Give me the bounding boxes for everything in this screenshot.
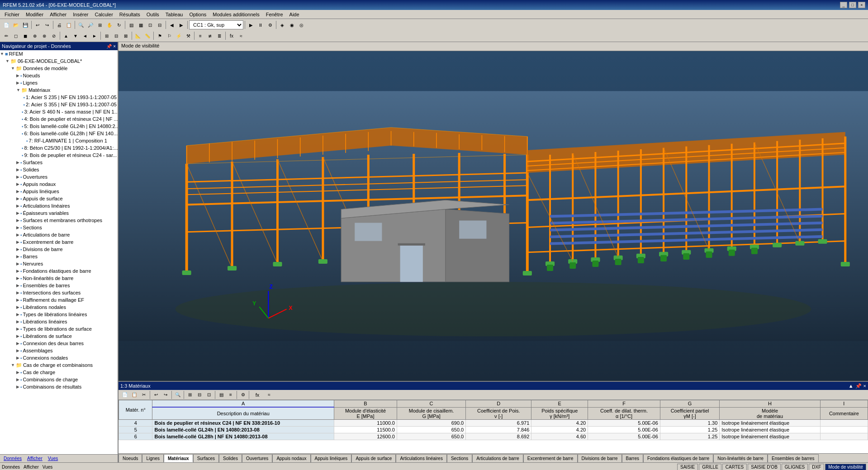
menu-modifier[interactable]: Modifier: [23, 11, 46, 18]
tab-articulations-de-barre[interactable]: Articulations de barre: [472, 454, 523, 462]
tree-item[interactable]: ▼📁Données de modèle: [0, 65, 118, 72]
tb-print2[interactable]: 📋: [64, 20, 73, 29]
tab-excentrement-de-barre[interactable]: Excentrement de barre: [523, 454, 578, 462]
status-grille[interactable]: GRILLE: [699, 464, 721, 470]
tb-print[interactable]: 🖨: [55, 20, 64, 29]
tab-non-linéarités-de-barre[interactable]: Non-linéarités de barre: [713, 454, 768, 462]
tab-surfaces[interactable]: Surfaces: [193, 454, 219, 462]
dt-btn12[interactable]: ⚙: [238, 390, 247, 399]
tree-item[interactable]: ▶▪Libérations nodales: [0, 304, 118, 311]
tb-run[interactable]: ▶: [247, 20, 256, 29]
status-dxf[interactable]: DXF: [809, 464, 824, 470]
tb-view1[interactable]: ▤: [127, 20, 136, 29]
viewport[interactable]: Z X Y: [119, 51, 868, 381]
tree-item[interactable]: ▶▪Libérations linéaires: [0, 318, 118, 325]
tree-item[interactable]: ▶▪Appuis linéiques: [0, 188, 118, 195]
tb-open[interactable]: 📂: [11, 20, 20, 29]
tree-item[interactable]: ▶▪Lignes: [0, 79, 118, 86]
menu-calculer[interactable]: Calculer: [92, 11, 115, 18]
tree-item[interactable]: ▶▪Raffinement du maillage EF: [0, 296, 118, 304]
tb2-17[interactable]: ⚐: [165, 31, 174, 40]
tree-item[interactable]: ▶▪Surfaces: [0, 159, 118, 166]
status-donnees[interactable]: Données: [2, 465, 20, 470]
tb2-18[interactable]: ⚡: [174, 31, 183, 40]
tb2-11[interactable]: ⊞: [102, 31, 111, 40]
status-saisie[interactable]: SAISIE: [677, 464, 698, 470]
tb2-12[interactable]: ⊟: [112, 31, 121, 40]
tree-container[interactable]: ▼■RFEM▼📁06-EXE-MODELE_GLOBAL*▼📁Données d…: [0, 50, 118, 454]
tb2-22[interactable]: ≣: [215, 31, 224, 40]
tree-item[interactable]: ▶▪Combinaisons de charge: [0, 376, 118, 383]
tb-view4[interactable]: ⊟: [155, 20, 164, 29]
status-glignes[interactable]: GLIGNES: [782, 464, 808, 470]
menu-options[interactable]: Options: [186, 11, 209, 18]
tb2-9[interactable]: ◄: [81, 31, 90, 40]
tree-item[interactable]: ▼📁Cas de charge et combinaisons: [0, 361, 118, 369]
panel-pin-btn[interactable]: 📌: [106, 44, 112, 49]
menu-resultats[interactable]: Résultats: [117, 11, 143, 18]
tab-articulations-linéaires[interactable]: Articulations linéaires: [396, 454, 447, 462]
table-row[interactable]: 6 Bois lamellé-collé GL28h | NF EN 14080…: [119, 433, 868, 440]
tree-item[interactable]: ▶▪Épaisseurs variables: [0, 209, 118, 217]
tb2-10[interactable]: ►: [90, 31, 99, 40]
tree-item[interactable]: ▶▪Articulations de barre: [0, 231, 118, 238]
tb-icons3[interactable]: ◎: [297, 20, 306, 29]
table-row[interactable]: 5 Bois lamellé-collé GL24h | EN 14080:20…: [119, 426, 868, 433]
menu-aide[interactable]: Aide: [287, 11, 302, 18]
tree-item[interactable]: ▪1: Acier S 235 | NF EN 1993-1-1:2007-05: [0, 94, 118, 101]
tb-save[interactable]: 💾: [21, 20, 30, 29]
load-combo[interactable]: CC1 : Gk, sup: [189, 20, 243, 29]
tb2-3[interactable]: ◼: [21, 31, 30, 40]
tree-item[interactable]: ▶▪Connexion des deux barres: [0, 340, 118, 347]
minimize-button[interactable]: _: [840, 2, 847, 8]
maximize-button[interactable]: □: [849, 2, 856, 8]
menu-fichier[interactable]: Fichier: [2, 11, 22, 18]
tab-ouvertures[interactable]: Ouvertures: [242, 454, 272, 462]
dt-btn10[interactable]: ▤: [217, 390, 226, 399]
tab-appuis-nodaux[interactable]: Appuis nodaux: [272, 454, 310, 462]
tab-sections[interactable]: Sections: [447, 454, 472, 462]
tb2-1[interactable]: ✏: [2, 31, 11, 40]
tree-item[interactable]: ▼📁06-EXE-MODELE_GLOBAL*: [0, 57, 118, 65]
tb2-4[interactable]: ⊕: [30, 31, 39, 40]
tab-lignes[interactable]: Lignes: [142, 454, 163, 462]
tree-item[interactable]: ▶▪Assemblages: [0, 347, 118, 354]
tab-barres[interactable]: Barres: [622, 454, 643, 462]
status-vues[interactable]: Vues: [43, 465, 52, 470]
tree-item[interactable]: ▶▪Nervures: [0, 260, 118, 267]
tab-divisions-de-barre[interactable]: Divisions de barre: [578, 454, 622, 462]
dt-btn4[interactable]: ↩: [152, 390, 161, 399]
tb-view2[interactable]: ▦: [136, 20, 145, 29]
tree-item[interactable]: ▶▪Articulations linéaires: [0, 202, 118, 209]
tree-item[interactable]: ▪2: Acier S 355 | NF EN 1993-1-1:2007-05: [0, 101, 118, 108]
tree-item[interactable]: ▶▪Cas de charge: [0, 369, 118, 376]
data-panel-close[interactable]: ×: [863, 383, 866, 389]
tree-item[interactable]: ▪6: Bois lamellé-collé GL28h | NF EN 140…: [0, 130, 118, 137]
tab-appuis-de-surface[interactable]: Appuis de surface: [351, 454, 396, 462]
dt-calc[interactable]: ≈: [265, 390, 274, 399]
tree-item[interactable]: ▶▪Connexions nodales: [0, 354, 118, 361]
tb2-7[interactable]: ▲: [62, 31, 71, 40]
tb2-6[interactable]: ⊘: [49, 31, 58, 40]
close-button[interactable]: ×: [858, 2, 865, 8]
tree-item[interactable]: ▪7: RF-LAMINATE 1 | Composition 1: [0, 137, 118, 144]
tree-item[interactable]: ▶▪Excentrement de barre: [0, 238, 118, 246]
tree-item[interactable]: ▪8: Béton C25/30 | EN 1992-1-1:2004/A1:.…: [0, 144, 118, 152]
tb2-14[interactable]: 📐: [133, 31, 142, 40]
tree-item[interactable]: ▶▪Types de libérations linéaires: [0, 311, 118, 318]
status-afficher[interactable]: Afficher: [24, 465, 39, 470]
panel-tab-afficher[interactable]: Afficher: [25, 456, 44, 461]
dt-btn6[interactable]: 🔍: [173, 390, 182, 399]
tb-zoom-all[interactable]: ⊞: [95, 20, 104, 29]
tree-item[interactable]: ▶▪Non-linéarités de barre: [0, 275, 118, 282]
tree-item[interactable]: ▪3: Acier S 460 N - sans masse | NF EN 1…: [0, 108, 118, 115]
dt-btn5[interactable]: ↪: [161, 390, 170, 399]
tree-item[interactable]: ▶▪Surfaces et membranes orthotropes: [0, 217, 118, 224]
tb-zoom-out[interactable]: 🔎: [86, 20, 95, 29]
tree-item[interactable]: ▶▪Types de libérations de surface: [0, 325, 118, 332]
tree-item[interactable]: ▶▪Appuis nodaux: [0, 180, 118, 188]
tb-icons1[interactable]: ◈: [278, 20, 287, 29]
data-panel-resize[interactable]: ▲: [849, 383, 854, 389]
menu-fenetre[interactable]: Fenêtre: [263, 11, 286, 18]
dt-btn8[interactable]: ⊟: [195, 390, 204, 399]
